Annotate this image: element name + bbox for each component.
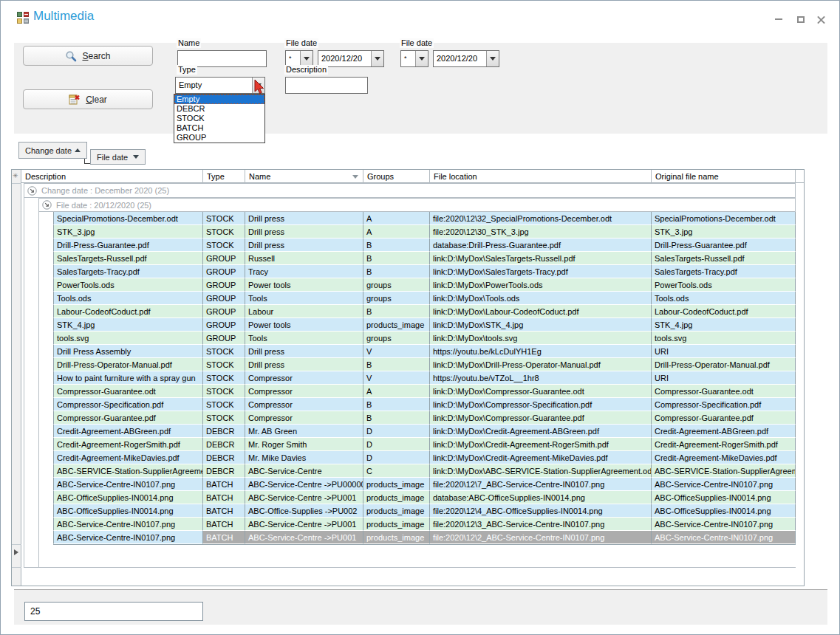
cell-type[interactable]: DEBCR: [203, 438, 245, 451]
minimize-button[interactable]: [771, 13, 787, 25]
table-row[interactable]: SpecialPromotions-December.odtSTOCKDrill…: [53, 212, 796, 225]
cell-name[interactable]: Russell: [245, 252, 363, 265]
cell-groups[interactable]: D: [363, 425, 430, 438]
cell-file-location[interactable]: link:D:\MyDox\Tools.ods: [430, 292, 652, 305]
table-row[interactable]: Compressor-Guarantee.pdfSTOCKCompressorB…: [53, 411, 796, 425]
table-row[interactable]: Credit-Agreement-ABGreen.pdfDEBCRMr. AB …: [53, 425, 796, 438]
cell-file-location[interactable]: link:D:\MyDox\Compressor-Guarantee.odt: [430, 385, 652, 398]
cell-name[interactable]: Mr. Mike Davies: [245, 451, 363, 464]
cell-name[interactable]: Drill press: [245, 345, 363, 358]
cell-name[interactable]: Drill press: [245, 238, 363, 252]
cell-type[interactable]: STOCK: [203, 398, 245, 411]
cell-file-location[interactable]: link:D:\MyDox\Credit-Agreement-RogerSmit…: [430, 438, 652, 451]
cell-file-location[interactable]: database:Drill-Press-Guarantee.pdf: [430, 238, 652, 252]
cell-original-file-name[interactable]: Credit-Agreement-ABGreen.pdf: [652, 425, 796, 438]
cell-type[interactable]: BATCH: [203, 504, 245, 518]
cell-original-file-name[interactable]: ABC-SERVICE-Station-SupplierAgreement.od…: [652, 464, 796, 478]
cell-groups[interactable]: B: [363, 358, 430, 371]
type-option-stock[interactable]: STOCK: [174, 114, 264, 123]
cell-file-location[interactable]: link:D:\MyDox\Credit-Agreement-MikeDavie…: [430, 451, 652, 464]
cell-file-location[interactable]: link:D:\MyDox\Compressor-Guarantee.pdf: [430, 411, 652, 425]
type-option-group[interactable]: GROUP: [174, 133, 264, 143]
table-row[interactable]: ABC-Service-Centre-IN0107.pngBATCHABC-Se…: [53, 531, 796, 544]
cell-groups[interactable]: products_image: [363, 491, 430, 504]
cell-file-location[interactable]: link:D:\MyDox\tools.svg: [430, 332, 652, 345]
cell-original-file-name[interactable]: Compressor-Specification.pdf: [652, 398, 796, 411]
table-row[interactable]: SalesTargets-Tracy.pdfGROUPTracyBlink:D:…: [53, 265, 796, 278]
table-row[interactable]: STK_3.jpgSTOCKDrill pressAfile:2020\12\3…: [53, 225, 796, 238]
cell-type[interactable]: STOCK: [203, 345, 245, 358]
cell-name[interactable]: Tools: [245, 292, 363, 305]
cell-groups[interactable]: D: [363, 451, 430, 464]
type-option-debcr[interactable]: DEBCR: [174, 104, 264, 114]
group-row-change-date[interactable]: Change date : December 2020 (25): [24, 183, 796, 198]
cell-file-location[interactable]: link:D:\MyDox\SalesTargets-Russell.pdf: [430, 252, 652, 265]
cell-file-location[interactable]: file:2020\12\32_SpecialPromotions-Decemb…: [430, 212, 652, 225]
table-row[interactable]: ABC-Service-Centre-IN0107.pngBATCHABC-Se…: [53, 518, 796, 531]
cell-groups[interactable]: A: [363, 385, 430, 398]
cell-name[interactable]: ABC-Service-Centre ->PU001: [245, 531, 363, 544]
cell-original-file-name[interactable]: Credit-Agreement-MikeDavies.pdf: [652, 451, 796, 464]
cell-type[interactable]: BATCH: [203, 531, 245, 544]
cell-description[interactable]: tools.svg: [53, 332, 203, 345]
cell-original-file-name[interactable]: URI: [652, 345, 796, 358]
column-header-file-location[interactable]: File location: [430, 170, 652, 183]
table-row[interactable]: PowerTools.odsGROUPPower toolsgroupslink…: [53, 278, 796, 292]
cell-description[interactable]: ABC-Service-Centre-IN0107.png: [53, 531, 203, 544]
cell-type[interactable]: GROUP: [203, 318, 245, 332]
cell-original-file-name[interactable]: URI: [652, 371, 796, 385]
cell-file-location[interactable]: database:ABC-OfficeSupplies-IN0014.png: [430, 491, 652, 504]
maximize-button[interactable]: [793, 13, 809, 25]
cell-description[interactable]: STK_3.jpg: [53, 225, 203, 238]
table-row[interactable]: ABC-Service-Centre-IN0107.pngBATCHABC-Se…: [53, 478, 796, 491]
cell-type[interactable]: DEBCR: [203, 425, 245, 438]
close-button[interactable]: [813, 13, 829, 25]
sort-button-change-date[interactable]: Change date: [18, 142, 87, 159]
cell-file-location[interactable]: file:2020\12\2_ABC-Service-Centre-IN0107…: [430, 531, 652, 544]
cell-type[interactable]: GROUP: [203, 305, 245, 318]
cell-groups[interactable]: A: [363, 212, 430, 225]
type-option-batch[interactable]: BATCH: [174, 123, 264, 133]
cell-original-file-name[interactable]: ABC-OfficeSupplies-IN0014.png: [652, 504, 796, 518]
type-combo[interactable]: Empty: [175, 77, 265, 94]
cell-name[interactable]: Power tools: [245, 278, 363, 292]
cell-groups[interactable]: B: [363, 238, 430, 252]
description-input[interactable]: [285, 77, 368, 94]
table-row[interactable]: tools.svgGROUPToolsgroupslink:D:\MyDox\t…: [53, 332, 796, 345]
cell-groups[interactable]: products_image: [363, 478, 430, 491]
cell-groups[interactable]: groups: [363, 332, 430, 345]
cell-type[interactable]: DEBCR: [203, 464, 245, 478]
cell-name[interactable]: ABC-Service-Centre ->PU001: [245, 491, 363, 504]
cell-original-file-name[interactable]: STK_4.jpg: [652, 318, 796, 332]
cell-groups[interactable]: C: [363, 464, 430, 478]
cell-name[interactable]: Drill press: [245, 358, 363, 371]
cell-original-file-name[interactable]: Tools.ods: [652, 292, 796, 305]
cell-file-location[interactable]: link:D:\MyDox\Credit-Agreement-ABGreen.p…: [430, 425, 652, 438]
table-row[interactable]: ABC-OfficeSupplies-IN0014.pngBATCHABC-Se…: [53, 491, 796, 504]
cell-type[interactable]: STOCK: [203, 238, 245, 252]
cell-groups[interactable]: B: [363, 305, 430, 318]
cell-file-location[interactable]: file:2020\12\7_ABC-Service-Centre-IN0107…: [430, 478, 652, 491]
cell-description[interactable]: PowerTools.ods: [53, 278, 203, 292]
table-row[interactable]: STK_4.jpgGROUPPower toolsproducts_imagel…: [53, 318, 796, 332]
cell-file-location[interactable]: file:2020\12\30_STK_3.jpg: [430, 225, 652, 238]
cell-original-file-name[interactable]: tools.svg: [652, 332, 796, 345]
column-header-type[interactable]: Type: [203, 170, 245, 183]
cell-description[interactable]: SalesTargets-Tracy.pdf: [53, 265, 203, 278]
cell-file-location[interactable]: link:D:\MyDox\ABC-SERVICE-Station-Suppli…: [430, 464, 652, 478]
cell-groups[interactable]: products_image: [363, 531, 430, 544]
cell-type[interactable]: GROUP: [203, 278, 245, 292]
cell-description[interactable]: SpecialPromotions-December.odt: [53, 212, 203, 225]
cell-groups[interactable]: products_image: [363, 318, 430, 332]
cell-file-location[interactable]: link:D:\MyDox\PowerTools.ods: [430, 278, 652, 292]
cell-description[interactable]: Labour-CodeofCoduct.pdf: [53, 305, 203, 318]
cell-name[interactable]: Tools: [245, 332, 363, 345]
table-row[interactable]: SalesTargets-Russell.pdfGROUPRussellBlin…: [53, 252, 796, 265]
file-date1-dropdown-button[interactable]: [371, 51, 383, 66]
cell-original-file-name[interactable]: Drill-Press-Guarantee.pdf: [652, 238, 796, 252]
search-button[interactable]: Search: [23, 46, 153, 66]
cell-file-location[interactable]: link:D:\MyDox\Drill-Press-Operator-Manua…: [430, 358, 652, 371]
cell-description[interactable]: ABC-Service-Centre-IN0107.png: [53, 518, 203, 531]
cell-groups[interactable]: groups: [363, 292, 430, 305]
table-row[interactable]: Drill-Press-Operator-Manual.pdfSTOCKDril…: [53, 358, 796, 371]
